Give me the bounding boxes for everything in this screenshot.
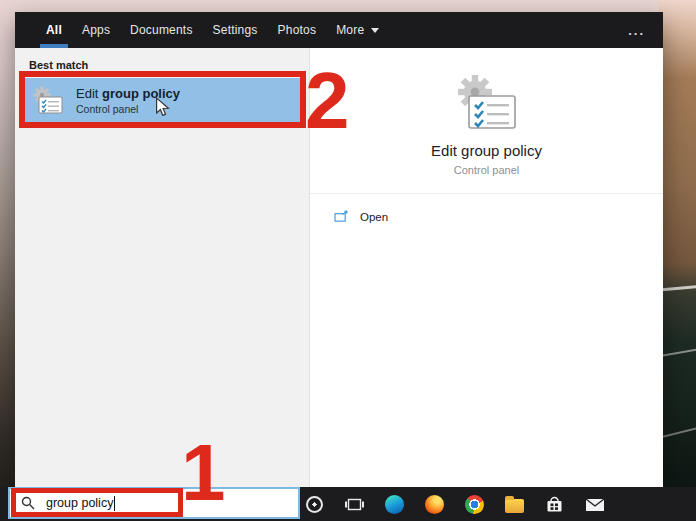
tab-photos[interactable]: Photos: [268, 12, 327, 48]
task-view-icon[interactable]: [344, 494, 365, 515]
open-action[interactable]: Open: [310, 194, 663, 223]
tab-more-label: More: [336, 23, 364, 37]
microsoft-store-icon[interactable]: [544, 494, 565, 515]
desktop-wallpaper-trees: [658, 0, 696, 487]
open-icon: [334, 210, 349, 223]
annotation-number-1: 1: [181, 433, 226, 513]
firefox-icon[interactable]: [424, 494, 445, 515]
mouse-cursor-icon: [155, 97, 170, 117]
group-policy-icon-large: [455, 74, 519, 132]
cortana-icon[interactable]: [304, 494, 325, 515]
preview-title: Edit group policy: [431, 142, 542, 159]
mail-icon[interactable]: [584, 494, 605, 515]
preview-panel: Edit group policy Control panel Open: [310, 48, 663, 487]
annotation-number-2: 2: [305, 61, 350, 141]
search-filter-tabs-bar: All Apps Documents Settings Photos More …: [15, 12, 663, 48]
annotation-box-step-1: [11, 488, 183, 517]
tab-more[interactable]: More: [326, 12, 389, 48]
tab-settings[interactable]: Settings: [203, 12, 268, 48]
tab-apps[interactable]: Apps: [72, 12, 120, 48]
chrome-icon[interactable]: [464, 494, 485, 515]
tab-all[interactable]: All: [36, 12, 72, 48]
tab-documents[interactable]: Documents: [120, 12, 203, 48]
edge-icon[interactable]: [384, 494, 405, 515]
preview-subtitle: Control panel: [454, 164, 519, 176]
desktop-background: All Apps Documents Settings Photos More …: [0, 0, 696, 521]
chevron-down-icon: [371, 28, 379, 33]
file-explorer-icon[interactable]: [504, 494, 525, 515]
open-label: Open: [360, 211, 388, 223]
more-options-button[interactable]: ...: [628, 12, 645, 48]
